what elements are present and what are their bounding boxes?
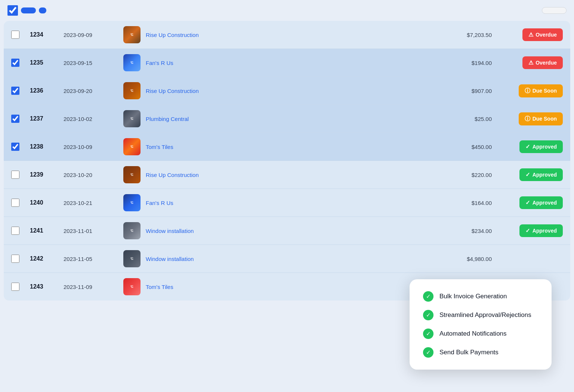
invoice-status-col: ⚠Overdue [503,56,563,69]
table-row: 12352023-09-15🏗Fan's R Us$194.00⚠Overdue [4,49,570,77]
row-checkbox-col [11,115,30,123]
feature-check-icon: ✓ [423,329,433,339]
vendor-image: 🏗 [123,138,141,155]
invoice-amount: $234.00 [447,228,503,234]
vendor-name[interactable]: Rise Up Construction [146,32,199,38]
row-checkbox[interactable] [11,143,19,151]
invoice-status-col: ⓘDue Soon [503,84,563,97]
vendor-name[interactable]: Tom's Tiles [146,144,173,150]
row-checkbox[interactable] [11,87,19,95]
feature-item: ✓Automated Notifications [423,329,538,339]
invoice-date: 2023-11-01 [64,228,123,234]
more-options-button[interactable] [39,7,46,13]
row-checkbox-col [11,255,30,263]
pay-button[interactable] [21,7,36,13]
vendor-name[interactable]: Rise Up Construction [146,88,199,94]
feature-item: ✓Bulk Invoice Generation [423,291,538,302]
invoice-id: 1236 [30,87,64,94]
feature-item: ✓Send Bulk Payments [423,347,538,358]
vendor-name[interactable]: Tom's Tiles [146,284,173,290]
status-badge-label: Overdue [536,32,557,38]
vendor-col: 🏗Tom's Tiles [123,138,447,155]
table-row: 12382023-10-09🏗Tom's Tiles$450.00✓Approv… [4,133,570,161]
invoice-id: 1242 [30,255,64,262]
row-checkbox[interactable] [11,59,19,67]
table-row: 12392023-10-20🏗Rise Up Construction$220.… [4,161,570,189]
invoice-amount: $4,980.00 [447,256,503,262]
status-badge: ⚠Overdue [522,56,563,69]
status-badge-label: Overdue [536,60,557,66]
row-checkbox[interactable] [11,115,19,123]
vendor-col: 🏗Rise Up Construction [123,26,447,43]
vendor-name[interactable]: Window installation [146,228,194,234]
vendor-name[interactable]: Fan's R Us [146,200,173,206]
invoice-date: 2023-10-02 [64,116,123,122]
status-badge: ✓Approved [519,168,563,181]
status-badge: ✓Approved [519,140,563,153]
row-checkbox[interactable] [11,227,19,235]
invoice-date: 2023-09-15 [64,60,123,66]
vendor-col: 🏗Window installation [123,222,447,239]
status-badge: ⓘDue Soon [519,84,563,97]
invoice-amount: $450.00 [447,144,503,150]
invoice-amount: $7,203.50 [447,32,503,38]
vendor-col: 🏗Plumbing Central [123,110,447,127]
invoice-table: 12342023-09-09🏗Rise Up Construction$7,20… [4,21,570,301]
row-checkbox-col [11,227,30,235]
invoice-date: 2023-10-21 [64,200,123,206]
master-checkbox[interactable] [7,5,18,16]
invoice-status-col: ✓Approved [503,168,563,181]
invoice-status-col: ✓Approved [503,196,563,209]
row-checkbox[interactable] [11,199,19,207]
vendor-name[interactable]: Fan's R Us [146,60,173,66]
row-checkbox[interactable] [11,255,19,263]
invoice-date: 2023-09-20 [64,88,123,94]
status-badge: ⓘDue Soon [519,112,563,125]
vendor-col: 🏗Rise Up Construction [123,166,447,183]
invoice-id: 1240 [30,199,64,206]
vendor-col: 🏗Tom's Tiles [123,278,447,295]
status-badge-icon: ⓘ [525,115,530,122]
invoice-status-col: ✓Approved [503,140,563,153]
feature-label: Automated Notifications [439,330,507,337]
vendor-name[interactable]: Rise Up Construction [146,172,199,178]
status-badge-icon: ⓘ [525,87,530,94]
invoice-id: 1239 [30,171,64,178]
invoice-id: 1235 [30,59,64,66]
vendor-image: 🏗 [123,26,141,43]
top-bar [0,0,574,21]
invoice-status-col: ⓘDue Soon [503,112,563,125]
row-checkbox[interactable] [11,171,19,179]
row-checkbox-col [11,59,30,67]
invoice-amount: $220.00 [447,172,503,178]
invoice-status-col: ✓Approved [503,224,563,237]
table-row: 12402023-10-21🏗Fan's R Us$164.00✓Approve… [4,189,570,217]
feature-label: Send Bulk Payments [439,349,499,356]
status-badge-label: Due Soon [533,116,557,122]
row-checkbox[interactable] [11,283,19,291]
status-badge-label: Due Soon [533,88,557,94]
invoice-amount: $907.00 [447,88,503,94]
invoice-id: 1234 [30,31,64,38]
table-row: 12372023-10-02🏗Plumbing Central$25.00ⓘDu… [4,105,570,133]
invoice-date: 2023-10-20 [64,172,123,178]
vendor-image: 🏗 [123,110,141,127]
vendor-image: 🏗 [123,54,141,71]
row-checkbox[interactable] [11,31,19,39]
vendor-name[interactable]: Plumbing Central [146,116,189,122]
feature-check-icon: ✓ [423,347,433,358]
invoice-date: 2023-11-09 [64,284,123,290]
vendor-image: 🏗 [123,166,141,183]
vendor-name[interactable]: Window installation [146,256,194,262]
invoice-id: 1238 [30,143,64,150]
table-row: 12342023-09-09🏗Rise Up Construction$7,20… [4,21,570,49]
status-badge-label: Approved [533,228,557,234]
status-badge-icon: ✓ [525,227,530,234]
status-badge-icon: ⚠ [528,59,533,66]
vendor-image: 🏗 [123,194,141,211]
vendor-col: 🏗Window installation [123,250,447,267]
status-badge-icon: ✓ [525,143,530,150]
feature-card: ✓Bulk Invoice Generation✓Streamlined App… [410,279,552,370]
row-checkbox-col [11,199,30,207]
vendor-col: 🏗Fan's R Us [123,54,447,71]
